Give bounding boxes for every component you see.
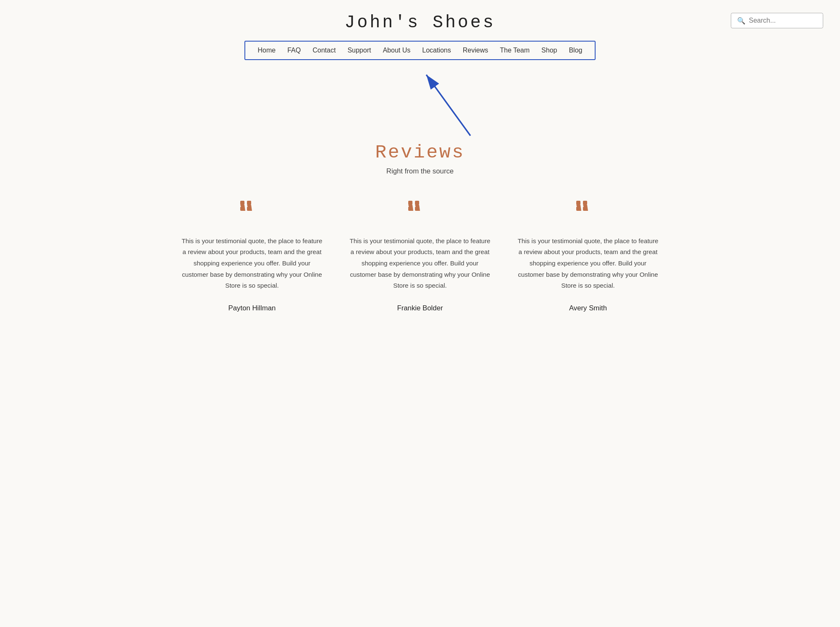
nav-item-locations[interactable]: Locations <box>422 47 451 54</box>
reviews-subtitle: Right from the source <box>17 167 823 176</box>
testimonial-card: This is your testimonial quote, the plac… <box>517 201 659 312</box>
testimonial-text: This is your testimonial quote, the plac… <box>349 236 491 291</box>
site-header: John's Shoes 🔍 <box>0 0 840 41</box>
testimonial-card: This is your testimonial quote, the plac… <box>181 201 323 312</box>
svg-rect-2 <box>240 201 244 205</box>
nav-item-reviews[interactable]: Reviews <box>463 47 488 54</box>
nav-item-support[interactable]: Support <box>347 47 371 54</box>
quote-icon <box>181 201 323 223</box>
nav-item-home[interactable]: Home <box>258 47 276 54</box>
testimonial-text: This is your testimonial quote, the plac… <box>517 236 659 291</box>
reviewer-name: Avery Smith <box>517 304 659 312</box>
reviews-section: Reviews Right from the source This is yo… <box>0 142 840 338</box>
nav-item-team[interactable]: The Team <box>500 47 530 54</box>
search-input[interactable] <box>749 17 817 24</box>
svg-rect-8 <box>408 201 412 205</box>
svg-rect-16 <box>583 201 587 205</box>
nav-bar: HomeFAQContactSupportAbout UsLocationsRe… <box>244 41 596 60</box>
nav-item-blog[interactable]: Blog <box>569 47 582 54</box>
nav-item-faq[interactable]: FAQ <box>287 47 301 54</box>
nav-item-shop[interactable]: Shop <box>541 47 557 54</box>
testimonial-text: This is your testimonial quote, the plac… <box>181 236 323 291</box>
reviewer-name: Frankie Bolder <box>349 304 491 312</box>
nav-item-contact[interactable]: Contact <box>312 47 336 54</box>
search-box[interactable]: 🔍 <box>731 13 823 28</box>
site-title: John's Shoes <box>344 13 495 32</box>
arrow-annotation <box>0 66 840 142</box>
svg-rect-4 <box>247 201 251 205</box>
svg-rect-14 <box>576 201 580 205</box>
svg-rect-10 <box>415 201 419 205</box>
quote-icon <box>349 201 491 223</box>
svg-line-1 <box>426 75 470 136</box>
reviews-title: Reviews <box>17 142 823 163</box>
search-icon: 🔍 <box>737 16 746 24</box>
testimonials-grid: This is your testimonial quote, the plac… <box>168 201 672 312</box>
quote-icon <box>517 201 659 223</box>
nav-item-about[interactable]: About Us <box>383 47 410 54</box>
reviewer-name: Payton Hillman <box>181 304 323 312</box>
arrow-svg <box>416 66 483 138</box>
testimonial-card: This is your testimonial quote, the plac… <box>349 201 491 312</box>
navigation: HomeFAQContactSupportAbout UsLocationsRe… <box>0 41 840 64</box>
